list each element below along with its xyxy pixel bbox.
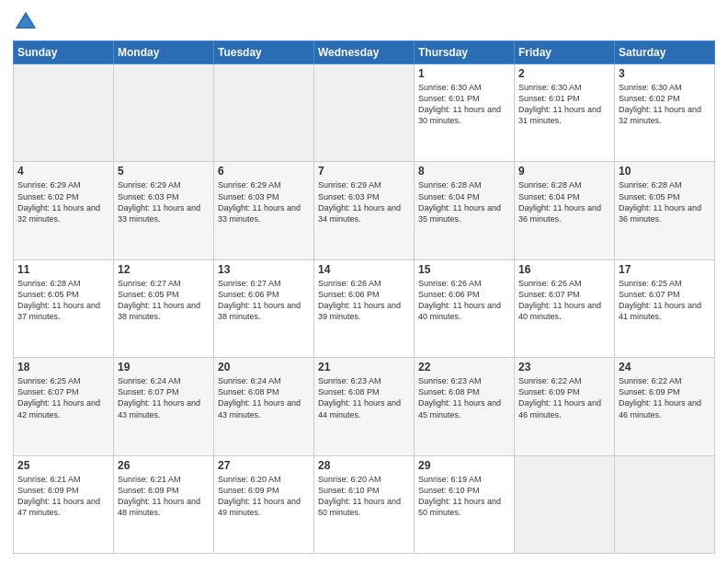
day-info: Sunrise: 6:24 AM Sunset: 6:08 PM Dayligh… xyxy=(218,375,310,420)
calendar-cell: 29Sunrise: 6:19 AM Sunset: 6:10 PM Dayli… xyxy=(415,455,515,553)
day-number: 17 xyxy=(619,263,711,276)
day-number: 13 xyxy=(218,263,310,276)
day-number: 16 xyxy=(518,263,610,276)
calendar-cell: 27Sunrise: 6:20 AM Sunset: 6:09 PM Dayli… xyxy=(214,455,314,553)
calendar-cell: 9Sunrise: 6:28 AM Sunset: 6:04 PM Daylig… xyxy=(515,162,615,259)
day-number: 8 xyxy=(418,165,510,178)
day-number: 15 xyxy=(418,263,510,276)
logo xyxy=(13,9,42,35)
week-row-4: 18Sunrise: 6:25 AM Sunset: 6:07 PM Dayli… xyxy=(14,358,715,455)
calendar-cell xyxy=(214,64,314,162)
calendar-cell: 22Sunrise: 6:23 AM Sunset: 6:08 PM Dayli… xyxy=(415,358,515,455)
calendar-cell: 23Sunrise: 6:22 AM Sunset: 6:09 PM Dayli… xyxy=(515,358,615,455)
day-info: Sunrise: 6:23 AM Sunset: 6:08 PM Dayligh… xyxy=(318,375,410,420)
calendar-cell xyxy=(14,64,114,162)
calendar-cell: 10Sunrise: 6:28 AM Sunset: 6:05 PM Dayli… xyxy=(615,162,715,259)
day-header-monday: Monday xyxy=(114,41,214,64)
calendar-cell: 28Sunrise: 6:20 AM Sunset: 6:10 PM Dayli… xyxy=(314,455,415,553)
day-info: Sunrise: 6:25 AM Sunset: 6:07 PM Dayligh… xyxy=(619,278,711,323)
calendar-cell xyxy=(314,64,415,162)
day-info: Sunrise: 6:30 AM Sunset: 6:01 PM Dayligh… xyxy=(418,82,510,127)
day-number: 22 xyxy=(418,361,510,373)
day-number: 3 xyxy=(619,67,711,80)
calendar-cell: 21Sunrise: 6:23 AM Sunset: 6:08 PM Dayli… xyxy=(314,358,415,455)
calendar-cell: 25Sunrise: 6:21 AM Sunset: 6:09 PM Dayli… xyxy=(14,455,114,553)
calendar-cell: 18Sunrise: 6:25 AM Sunset: 6:07 PM Dayli… xyxy=(14,358,114,455)
day-info: Sunrise: 6:27 AM Sunset: 6:06 PM Dayligh… xyxy=(218,278,310,323)
day-header-saturday: Saturday xyxy=(615,41,715,64)
day-number: 26 xyxy=(118,459,210,472)
calendar-cell: 24Sunrise: 6:22 AM Sunset: 6:09 PM Dayli… xyxy=(615,358,715,455)
day-number: 21 xyxy=(318,361,410,373)
calendar-cell: 4Sunrise: 6:29 AM Sunset: 6:02 PM Daylig… xyxy=(14,162,114,259)
calendar-cell: 8Sunrise: 6:28 AM Sunset: 6:04 PM Daylig… xyxy=(415,162,515,259)
day-number: 9 xyxy=(518,165,610,178)
calendar-cell: 7Sunrise: 6:29 AM Sunset: 6:03 PM Daylig… xyxy=(314,162,415,259)
calendar-cell xyxy=(615,455,715,553)
day-header-sunday: Sunday xyxy=(14,41,114,64)
day-info: Sunrise: 6:29 AM Sunset: 6:02 PM Dayligh… xyxy=(17,179,109,224)
day-number: 18 xyxy=(17,361,109,373)
day-number: 5 xyxy=(118,165,210,178)
day-number: 6 xyxy=(218,165,310,178)
calendar-table: SundayMondayTuesdayWednesdayThursdayFrid… xyxy=(13,40,715,554)
calendar-cell: 13Sunrise: 6:27 AM Sunset: 6:06 PM Dayli… xyxy=(214,259,314,357)
day-number: 1 xyxy=(418,67,510,80)
day-info: Sunrise: 6:29 AM Sunset: 6:03 PM Dayligh… xyxy=(318,179,410,224)
day-header-thursday: Thursday xyxy=(415,41,515,64)
week-row-2: 4Sunrise: 6:29 AM Sunset: 6:02 PM Daylig… xyxy=(14,162,715,259)
day-info: Sunrise: 6:26 AM Sunset: 6:06 PM Dayligh… xyxy=(418,278,510,323)
calendar-cell: 14Sunrise: 6:26 AM Sunset: 6:06 PM Dayli… xyxy=(314,259,415,357)
day-number: 12 xyxy=(118,263,210,276)
day-number: 11 xyxy=(17,263,109,276)
day-info: Sunrise: 6:30 AM Sunset: 6:02 PM Dayligh… xyxy=(619,82,711,127)
day-number: 2 xyxy=(518,67,610,80)
day-info: Sunrise: 6:19 AM Sunset: 6:10 PM Dayligh… xyxy=(418,474,510,519)
logo-icon xyxy=(13,9,39,35)
day-number: 20 xyxy=(218,361,310,373)
day-number: 19 xyxy=(118,361,210,373)
day-number: 29 xyxy=(418,459,510,472)
calendar-cell: 12Sunrise: 6:27 AM Sunset: 6:05 PM Dayli… xyxy=(114,259,214,357)
day-info: Sunrise: 6:28 AM Sunset: 6:04 PM Dayligh… xyxy=(518,179,610,224)
day-info: Sunrise: 6:27 AM Sunset: 6:05 PM Dayligh… xyxy=(118,278,210,323)
day-info: Sunrise: 6:25 AM Sunset: 6:07 PM Dayligh… xyxy=(17,375,109,420)
week-row-3: 11Sunrise: 6:28 AM Sunset: 6:05 PM Dayli… xyxy=(14,259,715,357)
day-info: Sunrise: 6:21 AM Sunset: 6:09 PM Dayligh… xyxy=(17,474,109,519)
day-info: Sunrise: 6:24 AM Sunset: 6:07 PM Dayligh… xyxy=(118,375,210,420)
day-info: Sunrise: 6:28 AM Sunset: 6:05 PM Dayligh… xyxy=(619,179,711,224)
day-number: 4 xyxy=(17,165,109,178)
calendar-cell: 15Sunrise: 6:26 AM Sunset: 6:06 PM Dayli… xyxy=(415,259,515,357)
day-info: Sunrise: 6:21 AM Sunset: 6:09 PM Dayligh… xyxy=(118,474,210,519)
day-info: Sunrise: 6:20 AM Sunset: 6:09 PM Dayligh… xyxy=(218,474,310,519)
calendar-cell: 11Sunrise: 6:28 AM Sunset: 6:05 PM Dayli… xyxy=(14,259,114,357)
week-row-5: 25Sunrise: 6:21 AM Sunset: 6:09 PM Dayli… xyxy=(14,455,715,553)
day-number: 27 xyxy=(218,459,310,472)
calendar-cell: 16Sunrise: 6:26 AM Sunset: 6:07 PM Dayli… xyxy=(515,259,615,357)
calendar-cell: 26Sunrise: 6:21 AM Sunset: 6:09 PM Dayli… xyxy=(114,455,214,553)
day-info: Sunrise: 6:26 AM Sunset: 6:07 PM Dayligh… xyxy=(518,278,610,323)
day-info: Sunrise: 6:28 AM Sunset: 6:04 PM Dayligh… xyxy=(418,179,510,224)
calendar-cell: 3Sunrise: 6:30 AM Sunset: 6:02 PM Daylig… xyxy=(615,64,715,162)
day-info: Sunrise: 6:30 AM Sunset: 6:01 PM Dayligh… xyxy=(518,82,610,127)
day-header-tuesday: Tuesday xyxy=(214,41,314,64)
day-header-wednesday: Wednesday xyxy=(314,41,415,64)
day-header-friday: Friday xyxy=(515,41,615,64)
day-info: Sunrise: 6:29 AM Sunset: 6:03 PM Dayligh… xyxy=(118,179,210,224)
day-info: Sunrise: 6:23 AM Sunset: 6:08 PM Dayligh… xyxy=(418,375,510,420)
day-number: 10 xyxy=(619,165,711,178)
page: SundayMondayTuesdayWednesdayThursdayFrid… xyxy=(0,0,728,563)
day-info: Sunrise: 6:20 AM Sunset: 6:10 PM Dayligh… xyxy=(318,474,410,519)
header xyxy=(13,9,715,35)
calendar-cell: 5Sunrise: 6:29 AM Sunset: 6:03 PM Daylig… xyxy=(114,162,214,259)
calendar-cell: 19Sunrise: 6:24 AM Sunset: 6:07 PM Dayli… xyxy=(114,358,214,455)
day-info: Sunrise: 6:29 AM Sunset: 6:03 PM Dayligh… xyxy=(218,179,310,224)
day-number: 23 xyxy=(518,361,610,373)
calendar-cell xyxy=(114,64,214,162)
day-info: Sunrise: 6:28 AM Sunset: 6:05 PM Dayligh… xyxy=(17,278,109,323)
day-info: Sunrise: 6:26 AM Sunset: 6:06 PM Dayligh… xyxy=(318,278,410,323)
week-row-1: 1Sunrise: 6:30 AM Sunset: 6:01 PM Daylig… xyxy=(14,64,715,162)
day-number: 28 xyxy=(318,459,410,472)
calendar-cell xyxy=(515,455,615,553)
calendar-cell: 2Sunrise: 6:30 AM Sunset: 6:01 PM Daylig… xyxy=(515,64,615,162)
